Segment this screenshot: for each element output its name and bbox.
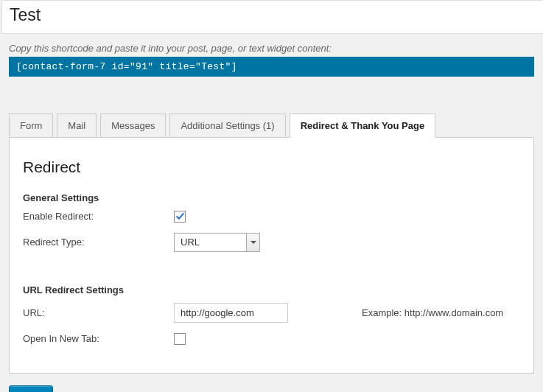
row-open-new-tab: Open In New Tab: [23, 333, 520, 345]
url-example-text: Example: http://www.domain.com [362, 307, 503, 318]
row-redirect-type: Redirect Type: URL [23, 233, 520, 252]
tabs-nav: Form Mail Messages Additional Settings (… [9, 113, 534, 137]
save-button[interactable]: Save [9, 385, 53, 392]
url-redirect-settings-heading: URL Redirect Settings [23, 284, 520, 295]
shortcode-code[interactable]: [contact-form-7 id="91" title="Test"] [9, 57, 534, 77]
tab-form[interactable]: Form [9, 113, 53, 138]
tab-panel-redirect: Redirect General Settings Enable Redirec… [9, 137, 534, 374]
panel-heading: Redirect [23, 158, 520, 176]
enable-redirect-checkbox[interactable] [174, 211, 186, 223]
tab-redirect-thank-you[interactable]: Redirect & Thank You Page [290, 113, 436, 138]
enable-redirect-label: Enable Redirect: [23, 211, 174, 222]
row-url: URL: Example: http://www.domain.com [23, 303, 520, 323]
redirect-type-label: Redirect Type: [23, 237, 174, 248]
save-section: Save [0, 374, 543, 392]
url-input[interactable] [174, 303, 288, 323]
check-icon [175, 211, 185, 221]
page-title: Test [10, 5, 536, 26]
tab-mail[interactable]: Mail [57, 113, 97, 138]
tab-additional-settings[interactable]: Additional Settings (1) [169, 113, 285, 138]
general-settings-heading: General Settings [23, 192, 520, 203]
url-label: URL: [23, 307, 174, 318]
row-enable-redirect: Enable Redirect: [23, 211, 520, 223]
open-new-tab-label: Open In New Tab: [23, 333, 174, 344]
redirect-type-select[interactable]: URL [174, 233, 260, 252]
chevron-down-icon [246, 234, 259, 251]
shortcode-description: Copy this shortcode and paste it into yo… [9, 43, 534, 54]
shortcode-section: Copy this shortcode and paste it into yo… [0, 43, 543, 77]
redirect-type-value: URL [175, 234, 246, 251]
tab-messages[interactable]: Messages [100, 113, 166, 138]
title-bar: Test [1, 0, 543, 34]
open-new-tab-checkbox[interactable] [174, 333, 186, 345]
